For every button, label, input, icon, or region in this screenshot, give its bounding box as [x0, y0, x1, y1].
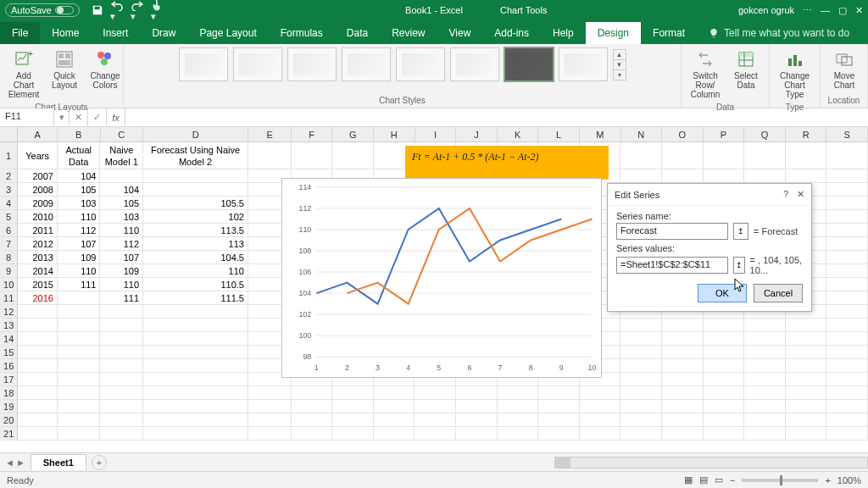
tab-page-layout[interactable]: Page Layout: [187, 22, 268, 44]
col-header-B[interactable]: B: [58, 127, 101, 141]
cell[interactable]: [292, 400, 333, 413]
column-headers[interactable]: ABCDEFGHIJKLMNOPQRS: [0, 127, 868, 142]
row-header[interactable]: 19: [0, 400, 18, 413]
change-chart-type-button[interactable]: Change Chart Type: [775, 47, 815, 101]
cell[interactable]: [620, 319, 662, 332]
cell[interactable]: [704, 373, 745, 386]
cell[interactable]: [662, 427, 704, 441]
cell[interactable]: [704, 346, 745, 359]
cell[interactable]: [786, 332, 827, 346]
cell[interactable]: [826, 210, 868, 224]
switch-row-column-button[interactable]: Switch Row/ Column: [687, 47, 724, 101]
embedded-chart[interactable]: 9810010210410610811011211412345678910: [281, 178, 602, 378]
cell[interactable]: [620, 400, 662, 413]
col-header-C[interactable]: C: [101, 127, 144, 141]
cell[interactable]: 2016: [18, 291, 58, 305]
cell[interactable]: [58, 427, 101, 441]
tab-addins[interactable]: Add-ins: [482, 22, 541, 44]
cell[interactable]: [704, 427, 745, 441]
cell[interactable]: [580, 413, 621, 427]
cell[interactable]: [143, 413, 248, 427]
chart-styles-gallery[interactable]: ▲▼▾: [179, 47, 626, 81]
cell[interactable]: [704, 359, 745, 373]
cell[interactable]: [100, 413, 143, 427]
cell[interactable]: [18, 400, 58, 413]
cell[interactable]: [786, 359, 827, 373]
cell[interactable]: [58, 291, 101, 305]
cell[interactable]: 2011: [18, 224, 58, 237]
cell[interactable]: [58, 373, 101, 386]
tab-help[interactable]: Help: [541, 22, 586, 44]
view-pagelayout-icon[interactable]: ▤: [699, 474, 708, 485]
cell[interactable]: [704, 413, 745, 427]
cell[interactable]: [18, 332, 58, 346]
cell[interactable]: Forecast Using Naive Model 2: [143, 142, 248, 169]
row-header[interactable]: 17: [0, 373, 18, 386]
cell[interactable]: [744, 400, 786, 413]
cell[interactable]: [143, 346, 248, 359]
cell[interactable]: [786, 319, 827, 332]
cell[interactable]: [332, 142, 374, 169]
zoom-slider[interactable]: [742, 479, 818, 482]
cell[interactable]: [826, 197, 868, 210]
cell[interactable]: [662, 400, 704, 413]
name-box-dropdown[interactable]: ▾: [54, 108, 70, 126]
cell[interactable]: [292, 413, 333, 427]
gallery-scroll[interactable]: ▲▼▾: [613, 49, 626, 80]
cell[interactable]: [143, 332, 248, 346]
cell[interactable]: [143, 373, 248, 386]
col-header-R[interactable]: R: [786, 127, 827, 141]
cell[interactable]: [620, 332, 662, 346]
cell[interactable]: [143, 359, 248, 373]
cell[interactable]: [18, 373, 58, 386]
cell[interactable]: [456, 413, 498, 427]
cell[interactable]: [744, 413, 786, 427]
cell[interactable]: [538, 400, 580, 413]
quick-layout-button[interactable]: Quick Layout: [46, 47, 83, 92]
cell[interactable]: 103: [100, 210, 143, 224]
cell[interactable]: [100, 169, 143, 183]
cell[interactable]: [100, 359, 143, 373]
cell[interactable]: [826, 183, 868, 197]
cell[interactable]: [744, 373, 786, 386]
new-sheet-button[interactable]: +: [92, 455, 107, 470]
add-chart-element-button[interactable]: + Add Chart Element: [5, 47, 42, 101]
col-header-M[interactable]: M: [580, 127, 621, 141]
col-header-O[interactable]: O: [662, 127, 704, 141]
dialog-titlebar[interactable]: Edit Series ? ✕: [608, 184, 811, 206]
cell[interactable]: [18, 413, 58, 427]
cell[interactable]: [662, 346, 704, 359]
tab-review[interactable]: Review: [380, 22, 437, 44]
cell[interactable]: [100, 332, 143, 346]
cell[interactable]: [620, 346, 662, 359]
cell[interactable]: [58, 400, 101, 413]
cell[interactable]: [662, 359, 704, 373]
cell[interactable]: [580, 400, 621, 413]
cell[interactable]: [826, 237, 868, 251]
cell[interactable]: 2013: [18, 251, 58, 264]
row-header[interactable]: 16: [0, 359, 18, 373]
cell[interactable]: 110: [58, 264, 101, 278]
row-header[interactable]: 6: [0, 224, 18, 237]
row-header[interactable]: 12: [0, 305, 18, 319]
cell[interactable]: [332, 427, 374, 441]
dialog-close-icon[interactable]: ✕: [797, 189, 804, 200]
cell[interactable]: [498, 427, 539, 441]
cell[interactable]: [826, 142, 868, 169]
cell[interactable]: [18, 319, 58, 332]
cell[interactable]: [538, 386, 580, 400]
col-header-K[interactable]: K: [498, 127, 539, 141]
col-header-H[interactable]: H: [374, 127, 415, 141]
cell[interactable]: [704, 400, 745, 413]
tab-data[interactable]: Data: [335, 22, 380, 44]
cell[interactable]: Naive Model 1: [100, 142, 143, 169]
cell[interactable]: [744, 346, 786, 359]
cell[interactable]: [18, 386, 58, 400]
cell[interactable]: [143, 427, 248, 441]
cell[interactable]: [662, 413, 704, 427]
enter-formula-icon[interactable]: ✓: [88, 108, 107, 126]
cell[interactable]: [662, 142, 704, 169]
style-thumb-3[interactable]: [287, 47, 337, 81]
touch-icon[interactable]: ▾: [151, 0, 163, 22]
row-header[interactable]: 3: [0, 183, 18, 197]
